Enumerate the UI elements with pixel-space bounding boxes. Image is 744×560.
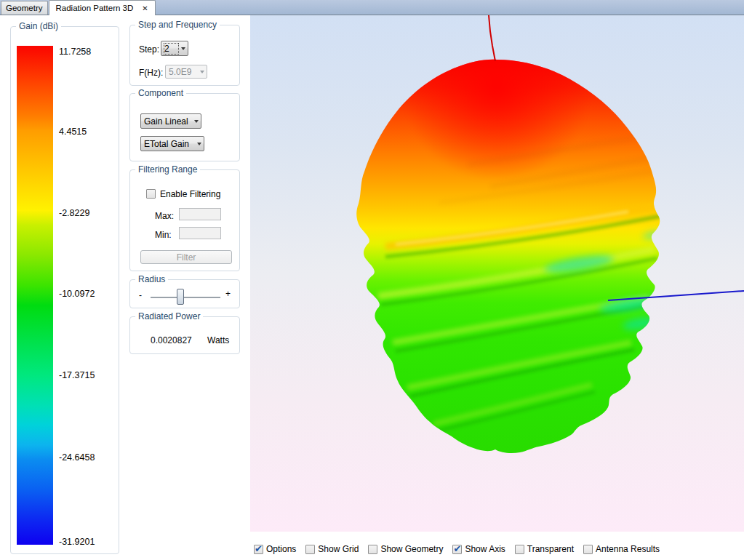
step-label: Step: [139, 44, 159, 55]
tab-geometry[interactable]: Geometry [1, 1, 48, 15]
gain-tick-4: -17.3715 [59, 370, 95, 380]
step-frequency-title: Step and Frequency [135, 20, 220, 30]
radiation-pattern-plot [250, 15, 744, 532]
gain-tick-5: -24.6458 [59, 452, 95, 463]
toolbar-item-show-geometry[interactable]: Show Geometry [368, 544, 443, 554]
radius-title: Radius [135, 274, 168, 284]
filtering-range-title: Filtering Range [135, 164, 200, 175]
frequency-label: F(Hz): [139, 68, 163, 78]
min-input[interactable] [179, 227, 221, 239]
gain-tick-3: -10.0972 [59, 289, 95, 299]
toolbar-item-options[interactable]: Options [254, 544, 296, 554]
component-type-select[interactable]: Gain Lineal [140, 113, 201, 129]
frequency-select-value: 5.0E9 [169, 67, 197, 77]
antenna-results-checkbox[interactable] [583, 545, 593, 554]
component-title: Component [135, 88, 186, 98]
gain-scale-title: Gain (dBi) [16, 21, 61, 31]
viewport-toolbar: Options Show Grid Show Geometry Show Axi… [254, 543, 660, 555]
chevron-down-icon [194, 120, 199, 123]
toolbar-item-antenna-results[interactable]: Antenna Results [583, 544, 660, 554]
radius-panel: Radius - + [129, 279, 240, 308]
toolbar-item-show-grid[interactable]: Show Grid [305, 544, 359, 554]
show-grid-label: Show Grid [318, 544, 359, 554]
close-tab-icon[interactable]: ✕ [142, 4, 148, 12]
viewport-3d[interactable] [250, 15, 744, 532]
component-panel: Component Gain Lineal ETotal Gain [129, 93, 240, 161]
antenna-results-label: Antenna Results [596, 544, 660, 554]
tab-geometry-label: Geometry [6, 4, 43, 12]
radius-plus-label: + [225, 289, 231, 299]
radiated-power-title: Radiated Power [135, 311, 203, 321]
step-select-value: 2 [164, 44, 178, 54]
tab-radiation-label: Radiation Pattern 3D [56, 4, 134, 12]
transparent-checkbox[interactable] [515, 545, 524, 554]
chevron-down-icon [197, 143, 201, 145]
max-input[interactable] [179, 208, 221, 220]
component-field-select[interactable]: ETotal Gain [140, 136, 204, 151]
radius-minus-label: - [139, 290, 142, 300]
options-label: Options [266, 544, 296, 554]
gain-tick-min: -31.9201 [59, 537, 95, 547]
max-label: Max: [155, 211, 174, 221]
chevron-down-icon [200, 71, 204, 73]
component-type-value: Gain Lineal [144, 116, 191, 127]
gain-tick-2: -2.8229 [59, 208, 89, 218]
frequency-select[interactable]: 5.0E9 [165, 65, 207, 79]
transparent-label: Transparent [527, 544, 574, 554]
radiated-power-unit: Watts [207, 335, 229, 345]
tab-radiation-pattern-3d[interactable]: Radiation Pattern 3D ✕ [49, 0, 156, 15]
component-field-value: ETotal Gain [144, 139, 194, 149]
radiated-power-value: 0.0020827 [151, 335, 192, 345]
gain-tick-1: 4.4515 [59, 127, 87, 137]
show-geometry-label: Show Geometry [380, 544, 443, 554]
z-axis-line [489, 15, 495, 61]
chevron-down-icon [181, 47, 185, 50]
min-label: Min: [155, 230, 172, 240]
filter-button[interactable]: Filter [140, 250, 232, 264]
enable-filtering-checkbox[interactable] [146, 189, 156, 199]
gain-colorbar [17, 46, 53, 545]
gain-tick-max: 11.7258 [59, 47, 91, 57]
step-select[interactable]: 2 [161, 41, 188, 56]
radius-slider-thumb[interactable] [177, 289, 184, 305]
radius-slider-track[interactable] [151, 297, 220, 298]
gain-scale-panel: Gain (dBi) 11.7258 4.4515 -2.8229 -10.09… [10, 26, 119, 554]
radiated-power-panel: Radiated Power 0.0020827 Watts [129, 316, 240, 354]
show-axis-checkbox[interactable] [452, 545, 462, 554]
application-window: Geometry Radiation Pattern 3D ✕ Gain (dB… [0, 0, 744, 560]
show-grid-checkbox[interactable] [305, 545, 315, 554]
step-frequency-panel: Step and Frequency Step: 2 F(Hz): 5.0E9 [129, 25, 240, 86]
show-axis-label: Show Axis [465, 544, 505, 554]
show-geometry-checkbox[interactable] [368, 545, 377, 554]
tab-bar: Geometry Radiation Pattern 3D ✕ [0, 0, 744, 15]
left-panel: Gain (dBi) 11.7258 4.4515 -2.8229 -10.09… [0, 15, 250, 560]
toolbar-item-transparent[interactable]: Transparent [515, 544, 574, 554]
filtering-range-panel: Filtering Range Enable Filtering Max: Mi… [129, 169, 240, 271]
options-checkbox[interactable] [254, 545, 263, 554]
enable-filtering-label: Enable Filtering [160, 189, 220, 199]
toolbar-item-show-axis[interactable]: Show Axis [452, 544, 505, 554]
